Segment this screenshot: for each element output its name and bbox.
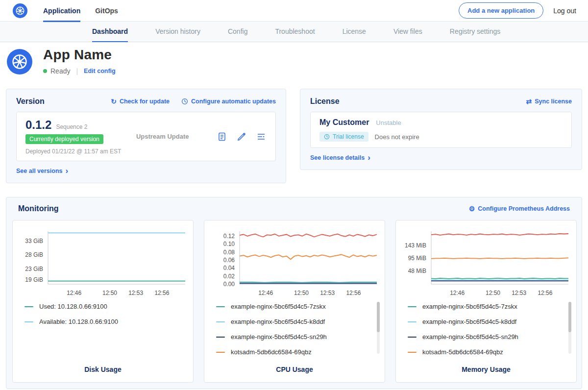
svg-text:0.02: 0.02 — [223, 273, 235, 280]
app-subnav: Dashboard Version history Config Trouble… — [0, 22, 588, 42]
monitoring-title: Monitoring — [18, 204, 59, 213]
tab-gitops[interactable]: GitOps — [95, 0, 118, 22]
legend-color-dash — [24, 306, 33, 307]
legend-item: kotsadm-5db6dc6584-69qbz — [408, 348, 564, 356]
refresh-icon: ↻ — [111, 98, 117, 105]
summary-cards-row: Version ↻ Check for update Configure aut… — [6, 89, 582, 183]
monitoring-section: Monitoring ⚙ Configure Prometheus Addres… — [6, 197, 582, 389]
chevron-right-icon: › — [368, 154, 370, 161]
page-title: App Name — [43, 47, 116, 63]
see-all-versions-link[interactable]: See all versions › — [16, 168, 68, 174]
edit-config-link[interactable]: Edit config — [84, 68, 116, 74]
legend-label: example-nginx-5bc6f5d4c5-sn29h — [422, 333, 518, 341]
channel-name: Unstable — [376, 119, 401, 126]
see-license-details-label: See license details — [310, 154, 365, 161]
chevron-right-icon: › — [66, 168, 69, 174]
preflight-checks-icon[interactable] — [236, 131, 247, 142]
legend-item: example-nginx-5bc6f5d4c5-k8ddf — [408, 318, 564, 325]
tab-gitops-label: GitOps — [95, 7, 118, 15]
legend-item: example-nginx-5bc6f5d4c5-7zskx — [216, 303, 373, 310]
kubernetes-logo[interactable] — [13, 3, 27, 18]
legend-color-dash — [216, 352, 225, 353]
svg-text:12:53: 12:53 — [512, 290, 526, 296]
legend-label: example-nginx-5bc6f5d4c5-k8ddf — [422, 318, 516, 325]
add-application-button[interactable]: Add a new application — [459, 2, 543, 19]
license-details-box: My Customer Unstable Trial license Does … — [310, 112, 572, 148]
tab-config[interactable]: Config — [228, 22, 247, 42]
sync-license-link[interactable]: ⇄ Sync license — [526, 98, 572, 105]
svg-text:33 GiB: 33 GiB — [25, 238, 43, 244]
legend-scrollbar[interactable] — [568, 302, 571, 354]
legend-label: Used: 10.128.0.66:9100 — [39, 303, 107, 310]
legend-color-dash — [408, 306, 416, 307]
chart-title: Memory Usage — [396, 360, 576, 382]
svg-text:0.12: 0.12 — [223, 233, 235, 240]
clock-icon — [324, 134, 330, 140]
sync-license-label: Sync license — [535, 98, 572, 105]
tab-license[interactable]: License — [343, 22, 366, 42]
customer-name: My Customer — [319, 118, 369, 127]
chart-legend: example-nginx-5bc6f5d4c5-7zskxexample-ng… — [204, 298, 385, 360]
legend-scrollbar-thumb[interactable] — [377, 302, 380, 332]
chart-legend: example-nginx-5bc6f5d4c5-7zskxexample-ng… — [396, 298, 576, 360]
tab-application[interactable]: Application — [43, 0, 80, 22]
svg-text:0.06: 0.06 — [223, 257, 235, 264]
legend-item: Available: 10.128.0.66:9100 — [24, 318, 181, 325]
check-for-update-link[interactable]: ↻ Check for update — [111, 98, 170, 105]
configure-automatic-updates-link[interactable]: Configure automatic updates — [181, 98, 276, 105]
svg-text:12:50: 12:50 — [102, 290, 117, 296]
legend-item: example-nginx-5bc6f5d4c5-k8ddf — [216, 318, 373, 325]
svg-text:12:53: 12:53 — [128, 290, 143, 296]
chart-legend: Used: 10.128.0.66:9100Available: 10.128.… — [13, 298, 193, 360]
disk-usage-chart: 33 GiB28 GiB23 GiB19 GiB12:4612:5012:531… — [13, 225, 193, 298]
deployed-timestamp: Deployed 01/21/22 @ 11:57 am EST — [25, 148, 121, 155]
svg-text:19 GiB: 19 GiB — [25, 276, 43, 283]
license-card: License ⇄ Sync license My Customer Unsta… — [300, 89, 582, 170]
tab-troubleshoot[interactable]: Troubleshoot — [275, 22, 315, 42]
svg-text:12:46: 12:46 — [258, 290, 273, 296]
legend-color-dash — [24, 321, 33, 322]
tab-dashboard[interactable]: Dashboard — [92, 22, 128, 42]
logout-link[interactable]: Log out — [553, 7, 576, 15]
chart-title: Disk Usage — [13, 360, 193, 382]
svg-text:12:56: 12:56 — [346, 290, 361, 296]
see-license-details-link[interactable]: See license details › — [310, 154, 370, 161]
legend-scrollbar-thumb[interactable] — [568, 302, 571, 332]
app-header: App Name Ready | Edit config — [0, 42, 588, 83]
legend-color-dash — [408, 321, 416, 322]
tab-version-history[interactable]: Version history — [155, 22, 200, 42]
divider: | — [76, 67, 78, 75]
sync-arrows-icon: ⇄ — [526, 98, 532, 105]
cpu-usage-chart: 0.120.100.080.060.040.020.0012:4612:5012… — [204, 225, 385, 298]
version-card: Version ↻ Check for update Configure aut… — [6, 89, 286, 183]
trial-license-badge: Trial license — [319, 132, 368, 142]
svg-text:28 GiB: 28 GiB — [25, 251, 43, 258]
kubernetes-wheel-icon — [15, 5, 25, 16]
legend-item: example-nginx-5bc6f5d4c5-7zskx — [408, 303, 564, 310]
svg-text:0.08: 0.08 — [223, 249, 235, 256]
check-for-update-label: Check for update — [120, 98, 170, 105]
sequence-label: Sequence 2 — [56, 123, 87, 130]
legend-scrollbar[interactable] — [377, 302, 380, 354]
tab-registry-settings[interactable]: Registry settings — [450, 22, 500, 42]
svg-text:12:56: 12:56 — [154, 290, 169, 296]
legend-label: example-nginx-5bc6f5d4c5-7zskx — [231, 303, 326, 310]
legend-color-dash — [216, 306, 225, 307]
svg-text:12:53: 12:53 — [320, 290, 335, 296]
legend-label: example-nginx-5bc6f5d4c5-7zskx — [422, 303, 517, 310]
svg-text:95 MiB: 95 MiB — [408, 255, 426, 262]
license-card-title: License — [310, 97, 340, 106]
gear-icon: ⚙ — [469, 205, 475, 212]
svg-text:0.04: 0.04 — [223, 265, 235, 271]
configure-prometheus-link[interactable]: ⚙ Configure Prometheus Address — [469, 205, 570, 212]
release-notes-icon[interactable] — [217, 131, 227, 142]
app-kubernetes-icon — [7, 49, 32, 74]
legend-item: example-nginx-5bc6f5d4c5-sn29h — [408, 333, 564, 341]
svg-text:12:50: 12:50 — [486, 290, 500, 296]
tab-view-files[interactable]: View files — [393, 22, 422, 42]
svg-text:12:50: 12:50 — [294, 290, 309, 296]
charts-row: 33 GiB28 GiB23 GiB19 GiB12:4612:5012:531… — [12, 220, 576, 383]
kubernetes-wheel-icon — [10, 52, 29, 71]
deploy-logs-icon[interactable] — [256, 131, 267, 142]
memory-usage-chart: 143 MiB95 MiB48 MiB12:4612:5012:5312:56 — [396, 225, 576, 298]
